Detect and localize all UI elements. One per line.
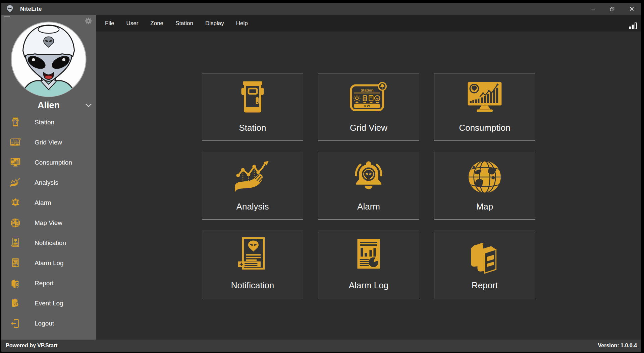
tile-label: Consumption	[459, 123, 510, 133]
sidebar-item-grid-view[interactable]: Grid View	[1, 132, 96, 153]
sidebar: Alien Station Grid View Consumption	[1, 15, 96, 340]
signal-strength-icon	[629, 22, 637, 29]
tile-label: Analysis	[236, 201, 269, 212]
user-name: Alien	[38, 100, 60, 111]
right-column: File User Zone Station Display Help Stat…	[96, 15, 641, 340]
title-bar: NiteLite	[1, 3, 641, 15]
sidebar-item-label: Alarm	[35, 199, 51, 207]
sidebar-item-station[interactable]: Station	[1, 112, 96, 132]
tile-label: Report	[472, 280, 498, 291]
tile-label: Notification	[231, 280, 274, 291]
tile-grid: Station Grid View Consumption Analysis	[202, 73, 535, 298]
tile-station[interactable]: Station	[202, 73, 303, 141]
menu-display[interactable]: Display	[199, 18, 230, 29]
avatar-wrap	[1, 15, 96, 98]
app-window: NiteLite	[1, 3, 641, 352]
notification-icon	[10, 237, 21, 249]
sidebar-item-logout[interactable]: Logout	[1, 313, 96, 334]
alarm-log-icon	[348, 236, 389, 276]
sidebar-item-label: Map View	[35, 219, 62, 227]
sidebar-item-label: Logout	[35, 320, 54, 327]
menu-user[interactable]: User	[120, 18, 144, 29]
sidebar-item-label: Station	[35, 119, 54, 126]
consumption-icon	[10, 157, 21, 168]
tile-label: Grid View	[350, 123, 387, 133]
menu-file[interactable]: File	[99, 18, 120, 29]
sidebar-item-notification[interactable]: Notification	[1, 233, 96, 253]
powered-by-text: Powered by VP.Start	[6, 343, 57, 349]
tile-label: Map	[476, 201, 493, 212]
map-icon	[465, 157, 505, 197]
restore-icon	[610, 7, 614, 11]
app-logo-alien-icon	[5, 4, 14, 13]
sidebar-item-alarm-log[interactable]: Alarm Log	[1, 253, 96, 273]
tile-map[interactable]: Map	[434, 152, 535, 220]
minimize-icon	[591, 7, 595, 11]
window-controls	[583, 3, 641, 15]
corner-bracket-decoration	[4, 16, 10, 21]
tile-analysis[interactable]: Analysis	[202, 152, 303, 220]
menu-help[interactable]: Help	[230, 18, 254, 29]
sidebar-item-map-view[interactable]: Map View	[1, 213, 96, 233]
minimize-button[interactable]	[583, 3, 602, 15]
close-icon	[630, 7, 634, 11]
consumption-icon	[465, 78, 505, 118]
report-icon	[10, 278, 21, 289]
tile-label: Alarm	[357, 201, 380, 212]
avatar	[10, 20, 88, 98]
grid-view-icon	[10, 137, 21, 148]
sidebar-menu: Station Grid View Consumption Analysis A…	[1, 112, 96, 334]
menu-bar: File User Zone Station Display Help	[96, 15, 641, 32]
sidebar-item-label: Report	[35, 280, 54, 287]
sidebar-item-consumption[interactable]: Consumption	[1, 153, 96, 173]
close-button[interactable]	[622, 3, 641, 15]
event-log-icon	[10, 298, 21, 309]
sidebar-item-alarm[interactable]: Alarm	[1, 193, 96, 213]
sidebar-item-label: Grid View	[35, 139, 62, 146]
chevron-down-icon	[85, 103, 92, 107]
map-icon	[10, 217, 21, 229]
sidebar-item-label: Consumption	[35, 159, 72, 166]
restore-button[interactable]	[602, 3, 622, 15]
window-title: NiteLite	[20, 6, 42, 12]
menu-station[interactable]: Station	[169, 18, 199, 29]
tile-notification[interactable]: Notification	[202, 231, 303, 298]
sidebar-item-label: Notification	[35, 239, 66, 247]
alarm-log-icon	[10, 257, 21, 269]
tile-alarm[interactable]: Alarm	[318, 152, 419, 220]
user-menu[interactable]: Alien	[1, 99, 96, 112]
tile-label: Alarm Log	[349, 280, 389, 291]
version-text: Version: 1.0.0.4	[598, 343, 637, 349]
logout-icon	[10, 318, 21, 329]
status-bar: Powered by VP.Start Version: 1.0.0.4	[1, 340, 641, 352]
notification-icon	[232, 236, 273, 276]
report-icon	[465, 236, 505, 276]
gear-icon[interactable]	[84, 16, 93, 25]
tile-report[interactable]: Report	[434, 231, 535, 298]
alarm-icon	[10, 197, 21, 209]
sidebar-item-label: Analysis	[35, 179, 58, 186]
analysis-icon	[232, 157, 273, 197]
grid-view-icon	[348, 78, 389, 118]
tile-alarm-log[interactable]: Alarm Log	[318, 231, 419, 298]
alarm-icon	[348, 157, 389, 197]
station-icon	[10, 117, 21, 128]
tile-consumption[interactable]: Consumption	[434, 73, 535, 141]
body-row: Alien Station Grid View Consumption	[1, 15, 641, 340]
sidebar-item-report[interactable]: Report	[1, 273, 96, 293]
sidebar-item-analysis[interactable]: Analysis	[1, 173, 96, 193]
analysis-icon	[10, 177, 21, 188]
menu-zone[interactable]: Zone	[144, 18, 169, 29]
tile-grid-view[interactable]: Grid View	[318, 73, 419, 141]
sidebar-item-event-log[interactable]: Event Log	[1, 293, 96, 313]
main-content: Station Grid View Consumption Analysis	[96, 32, 641, 340]
station-icon	[232, 78, 273, 118]
sidebar-item-label: Event Log	[35, 300, 63, 307]
tile-label: Station	[239, 123, 266, 133]
sidebar-item-label: Alarm Log	[35, 259, 64, 267]
